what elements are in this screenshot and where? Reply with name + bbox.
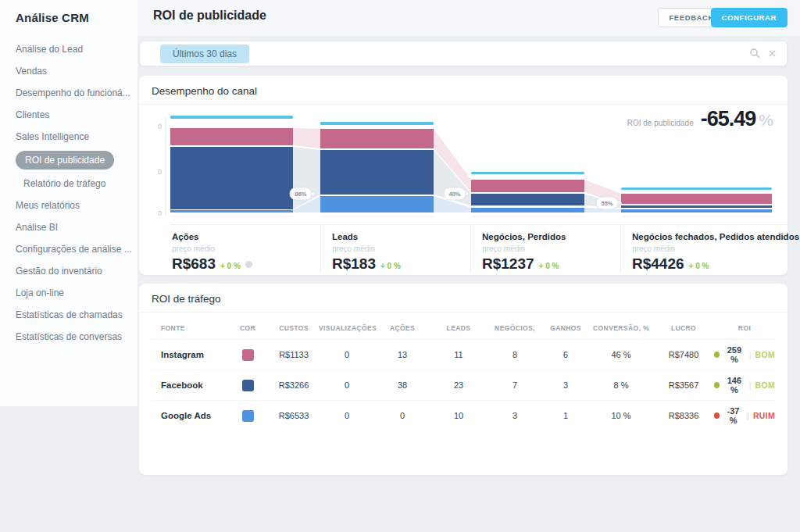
sidebar-item-desempenho-do-funcion[interactable]: Desempenho do funcioná... (0, 82, 138, 104)
stage-price-row: R$4426+ 0 % (632, 255, 799, 273)
funnel-stage-2-cyan-segment (471, 172, 584, 174)
funnel-stage-labels: Açõespreço médioR$683+ 0 %Leadspreço méd… (170, 224, 772, 273)
funnel-stage-1-cyan-segment (320, 122, 434, 125)
stage-avg-price-label: preço médio (332, 245, 470, 253)
roi-summary: ROI de publicidade -65.49 % (627, 107, 773, 131)
funnel-stage-3-blue-segment (621, 209, 772, 212)
funnel-stage-2-blue-segment (471, 208, 584, 212)
page-title: ROI de publicidade (153, 9, 266, 23)
cell-leads: 10 (430, 411, 488, 420)
cell-visualizacoes: 0 (319, 380, 375, 390)
stage-label-a-es: Açõespreço médioR$683+ 0 % (170, 224, 320, 273)
column-header-ganhos: GANHOS (542, 324, 589, 332)
sidebar-item-estat-sticas-de-conversas[interactable]: Estatísticas de conversas (0, 326, 138, 348)
cell-conversao: 46 % (589, 350, 653, 359)
stage-avg-price-label: preço médio (632, 245, 799, 253)
info-icon[interactable] (245, 261, 252, 268)
cell-acoes: 38 (375, 380, 430, 390)
stage-price-change: + 0 % (380, 262, 401, 270)
table-row-instagram[interactable]: InstagramR$1133013118646 %R$7480259 %|BO… (152, 340, 775, 370)
stage-name: Negócios fechados, Pedidos atendidos (632, 232, 799, 241)
cell-negocios: 7 (488, 380, 542, 390)
roi-percentage: 146 % (723, 376, 745, 395)
cell-ganhos: 6 (542, 350, 589, 359)
filter-icons (749, 48, 777, 59)
funnel-axis-tick-2: 0 (158, 209, 162, 217)
funnel-stage-0-pink-segment (170, 128, 293, 145)
sidebar-item-vendas[interactable]: Vendas (0, 60, 138, 82)
cell-ganhos: 3 (542, 380, 589, 390)
stage-price-change: + 0 % (539, 262, 559, 270)
sidebar-item-gest-o-do-invent-rio[interactable]: Gestão do inventário (0, 260, 138, 282)
funnel-stage-2-navy-segment (471, 194, 584, 205)
cell-cor (227, 410, 269, 422)
sidebar-item-sales-intelligence[interactable]: Sales Intelligence (0, 126, 138, 148)
sidebar-item-configura-es-de-an-lise[interactable]: Configurações de análise ... (0, 238, 138, 260)
stage-price-row: R$683+ 0 % (172, 255, 320, 273)
color-swatch (242, 380, 254, 391)
table-row-facebook[interactable]: FacebookR$326603823738 %R$3567146 %|BOM (152, 370, 775, 401)
cell-fonte: Facebook (152, 380, 227, 390)
cell-conversao: 8 % (589, 380, 653, 390)
color-swatch (242, 410, 254, 422)
stage-label-neg-cios-fechados-pedidos-atendidos: Negócios fechados, Pedidos atendidospreç… (620, 224, 799, 273)
sidebar-menu: Análise do LeadVendasDesempenho do funci… (0, 38, 138, 348)
roi-percentage: -37 % (723, 406, 743, 425)
cell-ganhos: 1 (542, 411, 589, 420)
sidebar-item-an-lise-bi[interactable]: Análise BI (0, 216, 138, 238)
sidebar-item-clientes[interactable]: Clientes (0, 104, 138, 126)
cell-fonte: Google Ads (152, 411, 227, 420)
cell-leads: 23 (430, 380, 488, 390)
cell-lucro: R$8336 (653, 411, 714, 420)
sidebar-item-an-lise-do-lead[interactable]: Análise do Lead (0, 38, 138, 60)
divider (139, 312, 788, 312)
sidebar-item-relat-rio-de-tr-fego[interactable]: Relatório de tráfego (0, 173, 138, 195)
sidebar-item-roi-de-publicidade[interactable]: ROI de publicidade (0, 148, 138, 173)
funnel-stage-1-pink-segment (320, 129, 434, 148)
column-header-roi: ROI (714, 324, 775, 332)
cell-acoes: 0 (375, 411, 430, 420)
traffic-roi-table: FONTECORCUSTOSVISUALIZAÇÕESAÇÕESLEADSNEG… (152, 317, 775, 430)
date-range-chip[interactable]: Últimos 30 dias (160, 45, 249, 63)
stage-name: Negócios, Perdidos (482, 232, 620, 241)
funnel-axis-tick-1: 0 (158, 168, 162, 176)
roi-summary-label: ROI de publicidade (627, 119, 694, 127)
cell-conversao: 10 % (589, 411, 653, 420)
column-header-cor: COR (227, 324, 269, 332)
stage-price-value: R$183 (332, 255, 376, 272)
sidebar-item-estat-sticas-de-chamadas[interactable]: Estatísticas de chamadas (0, 304, 138, 326)
column-header-leads: LEADS (430, 324, 488, 332)
roi-status-label: RUIM (753, 411, 775, 420)
stage-price-row: R$183+ 0 % (332, 255, 470, 273)
funnel-connector-0-pink (293, 128, 320, 148)
sidebar: Análise CRM Análise do LeadVendasDesempe… (0, 0, 138, 406)
stage-name: Leads (332, 232, 470, 241)
roi-separator: | (749, 380, 752, 390)
stage-price-change: + 0 % (689, 262, 709, 270)
cell-leads: 11 (430, 350, 488, 359)
sidebar-item-meus-relat-rios[interactable]: Meus relatórios (0, 195, 138, 216)
roi-summary-unit: % (759, 111, 773, 130)
cell-visualizacoes: 0 (319, 350, 375, 359)
cell-custos: R$1133 (269, 350, 319, 359)
cell-custos: R$6533 (269, 411, 319, 420)
conversion-badge-label-1: 40% (448, 191, 460, 198)
page-header: ROI de publicidade FEEDBACK CONFIGURAR (138, 0, 800, 36)
roi-summary-value: -65.49 (701, 107, 756, 131)
cell-negocios: 8 (488, 350, 542, 359)
cell-negocios: 3 (488, 411, 542, 420)
cell-cor (227, 349, 269, 361)
configure-button[interactable]: CONFIGURAR (711, 8, 788, 27)
funnel-stage-0-blue-segment (170, 210, 293, 212)
roi-percentage: 259 % (723, 345, 745, 364)
funnel-stage-3-pink-segment (621, 194, 772, 204)
table-row-google-ads[interactable]: Google AdsR$653300103110 %R$8336-37 %|RU… (152, 401, 775, 430)
roi-separator: | (749, 350, 752, 359)
search-icon[interactable] (749, 48, 761, 59)
clear-filter-icon[interactable] (767, 48, 777, 59)
funnel-axis-tick-0: 0 (158, 123, 162, 130)
cell-cor (227, 380, 269, 391)
filter-bar[interactable]: Últimos 30 dias (139, 41, 788, 66)
traffic-roi-title: ROI de tráfego (139, 284, 788, 312)
sidebar-item-loja-on-line[interactable]: Loja on-line (0, 282, 138, 304)
